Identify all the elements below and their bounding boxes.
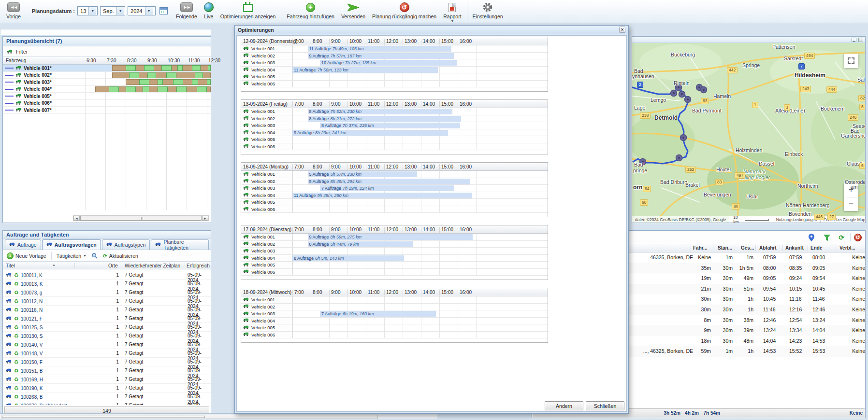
optimization-vehicle-row[interactable]: Vehicle 003 xyxy=(241,248,548,255)
optimization-vehicle-row[interactable]: Vehicle 00111 Aufträge7h 49m, 106 km xyxy=(241,45,548,53)
optimization-vehicle-row[interactable]: Vehicle 006 xyxy=(241,206,548,213)
vehicle-row[interactable]: Vehicle 002* xyxy=(3,72,211,79)
gantt-stop-segment[interactable] xyxy=(195,72,203,78)
dialog-titlebar[interactable]: Optimierungen ✕ xyxy=(235,26,628,34)
optimization-vehicle-row[interactable]: Vehicle 006 xyxy=(241,143,548,151)
month-select[interactable]: Sep.▼ xyxy=(100,6,125,15)
optimization-vehicle-row[interactable]: Vehicle 0037 Aufträge7h 19m, 224 km xyxy=(241,185,548,192)
tab-planbare-t-tigkeiten[interactable]: Planbare Tätigkeiten xyxy=(151,239,209,250)
scrollbar-thumb[interactable] xyxy=(80,216,202,221)
order-row[interactable]: ♻100140, V17 Getagt05-09-2024 xyxy=(3,340,211,349)
live-button[interactable]: Live xyxy=(201,1,217,20)
optimization-vehicle-row[interactable]: Vehicle 00411 Aufträge7h 56m, 123 km xyxy=(241,67,548,74)
gantt-stop-segment[interactable] xyxy=(126,86,136,92)
gantt-stop-segment[interactable] xyxy=(166,72,176,78)
optimization-bar[interactable]: 11 Aufträge7h 49m, 106 km xyxy=(308,46,451,52)
close-button[interactable]: Schließen xyxy=(586,401,624,410)
optimization-vehicle-row[interactable]: Vehicle 00411 Aufträge9h 48m, 280 km xyxy=(241,192,548,199)
column-header[interactable]: Fahr... xyxy=(693,245,707,251)
order-row[interactable]: ♻100276, Buchhandert17 Getagt05-09-2024 xyxy=(3,401,211,405)
activities-dropdown[interactable]: Tätigkeiten ▼ xyxy=(57,253,87,259)
column-header[interactable]: Wiederkehrender Zeitplan xyxy=(125,263,180,268)
order-row[interactable]: ♻100011, K17 Getagt05-09-2024 xyxy=(3,271,211,280)
gantt-stop-segment[interactable] xyxy=(158,79,163,85)
order-row[interactable]: ♻100130, S17 Getagt05-09-2024 xyxy=(3,332,211,340)
stop-marker-icon[interactable] xyxy=(701,87,707,93)
optimization-bar[interactable]: 5 Aufträge5h 57m, 230 km xyxy=(308,171,417,177)
column-header[interactable]: Verbl... xyxy=(839,245,855,251)
next-button[interactable]: ►► Folgende xyxy=(173,1,201,20)
gantt-stop-segment[interactable] xyxy=(158,86,168,92)
close-icon[interactable]: ✕ xyxy=(619,27,625,33)
gantt-stop-segment[interactable] xyxy=(192,79,199,85)
order-row[interactable]: ♻100013, K17 Getagt05-09-2024 xyxy=(3,280,211,288)
search-button[interactable] xyxy=(91,252,98,259)
tab-auftr-ge[interactable]: Aufträge xyxy=(5,239,41,250)
column-header[interactable]: Stan... xyxy=(718,245,732,251)
optimization-vehicle-row[interactable]: Vehicle 0018 Aufträge7h 52m, 230 km xyxy=(241,108,548,115)
zoom-out-button[interactable]: − xyxy=(844,197,858,211)
stop-marker-icon[interactable] xyxy=(676,155,682,161)
optimization-vehicle-row[interactable]: Vehicle 006 xyxy=(241,332,548,339)
optimization-vehicle-row[interactable]: Vehicle 006 xyxy=(241,269,548,276)
optimization-vehicle-row[interactable]: Vehicle 0049 Aufträge8h 29m, 241 km xyxy=(241,129,548,137)
stop-marker-icon[interactable] xyxy=(680,135,687,141)
optimization-bar[interactable]: 9 Aufträge7h 57m, 187 km xyxy=(308,53,454,59)
optimization-vehicle-row[interactable]: Vehicle 005 xyxy=(241,136,548,143)
column-header[interactable]: Ges... xyxy=(741,245,754,251)
year-select[interactable]: 2024▼ xyxy=(128,6,156,15)
optimization-vehicle-row[interactable]: Vehicle 0029 Aufträge8h 49m, 294 km xyxy=(241,178,548,185)
vehicle-column-header[interactable]: Fahrzeug xyxy=(6,58,26,63)
refresh-button[interactable]: ⟳ Aktualisieren xyxy=(103,253,138,259)
stop-marker-icon[interactable] xyxy=(685,97,691,103)
gantt-stop-segment[interactable] xyxy=(129,72,139,78)
gantt-stop-segment[interactable] xyxy=(144,65,154,71)
horizontal-scrollbar[interactable] xyxy=(1,415,378,419)
order-row[interactable]: ♻100073, g17 Getagt05-09-2024 xyxy=(3,288,211,297)
scroll-left-icon[interactable]: ◄ xyxy=(73,216,80,221)
vehicle-row[interactable]: Vehicle 006* xyxy=(3,100,211,107)
vehicle-row[interactable]: Vehicle 004* xyxy=(3,86,211,93)
vehicle-row[interactable]: Vehicle 005* xyxy=(3,93,211,100)
column-header[interactable]: Titel xyxy=(6,263,15,268)
map-canvas[interactable]: + − daten ©2024 GeoBasis-DE/BKG (©2009),… xyxy=(632,43,865,223)
gantt-stop-segment[interactable] xyxy=(197,86,207,92)
filter-button[interactable]: Filter xyxy=(3,46,211,57)
optimization-bar[interactable]: 9 Aufträge8h 49m, 294 km xyxy=(308,179,470,184)
minimize-icon[interactable]: ▁ xyxy=(852,38,856,42)
optimization-bar[interactable]: 9 Aufträge8h 29m, 241 km xyxy=(292,130,448,136)
map-fullscreen-button[interactable] xyxy=(844,54,858,68)
settings-button[interactable]: Einstellungen xyxy=(469,1,506,20)
show-optimizations-button[interactable]: Optimierungen anzeigen xyxy=(217,1,279,20)
optimization-bar[interactable]: 9 Aufträge8h 59m, 275 km xyxy=(308,234,473,240)
order-row[interactable]: ♻100151, B17 Getagt05-09-2024 xyxy=(3,366,211,375)
new-template-button[interactable]: + Neue Vorlage xyxy=(7,252,46,259)
order-row[interactable]: ♻100116, N17 Getagt05-09-2024 xyxy=(3,306,211,314)
optimization-vehicle-row[interactable]: Vehicle 005 xyxy=(241,199,548,206)
undo-planning-button[interactable]: ↺ Planung rückgängig machen xyxy=(369,1,440,20)
horizontal-scrollbar[interactable]: ◄ ► xyxy=(73,215,209,221)
optimization-bar[interactable]: 8 Aufträge8h 21m, 272 km xyxy=(308,116,461,122)
gantt-stop-segment[interactable] xyxy=(109,86,119,92)
optimization-bar[interactable]: 8 Aufträge7h 52m, 230 km xyxy=(308,109,452,114)
vehicle-row[interactable]: Vehicle 001* xyxy=(3,65,211,72)
optimization-bar[interactable]: 11 Aufträge9h 48m, 280 km xyxy=(292,193,472,198)
send-button[interactable]: Versenden xyxy=(338,1,369,20)
order-row[interactable]: ♻100150, F17 Getagt05-09-2024 xyxy=(3,358,211,366)
optimization-bar[interactable]: 7 Aufträge6h 19m, 160 km xyxy=(320,311,436,317)
add-vehicle-button[interactable]: + Fahrzeug hinzufügen xyxy=(283,1,338,20)
optimization-bar[interactable]: 10 Aufträge7h 27m, 135 km xyxy=(320,60,457,66)
gantt-stop-segment[interactable] xyxy=(161,65,172,71)
gantt-stop-segment[interactable] xyxy=(139,79,149,85)
gantt-stop-segment[interactable] xyxy=(192,65,201,71)
optimization-vehicle-row[interactable]: Vehicle 0015 Aufträge5h 57m, 230 km xyxy=(241,171,548,178)
report-error-link[interactable]: Fehler bei Google Maps melden xyxy=(820,216,865,223)
optimization-bar[interactable]: 11 Aufträge7h 56m, 123 km xyxy=(292,67,438,73)
vehicle-row[interactable]: Vehicle 007* xyxy=(3,107,211,114)
day-select[interactable]: 13▼ xyxy=(77,6,98,15)
optimization-vehicle-row[interactable]: Vehicle 001 xyxy=(241,296,548,304)
optimization-vehicle-row[interactable]: Vehicle 0037 Aufträge6h 19m, 160 km xyxy=(241,310,548,318)
undo-icon[interactable]: ↺ xyxy=(854,233,862,242)
optimization-vehicle-row[interactable]: Vehicle 0029 Aufträge7h 57m, 187 km xyxy=(241,53,548,60)
order-row[interactable]: ♻100268, B17 Getagt05-09-2024 xyxy=(3,392,211,401)
